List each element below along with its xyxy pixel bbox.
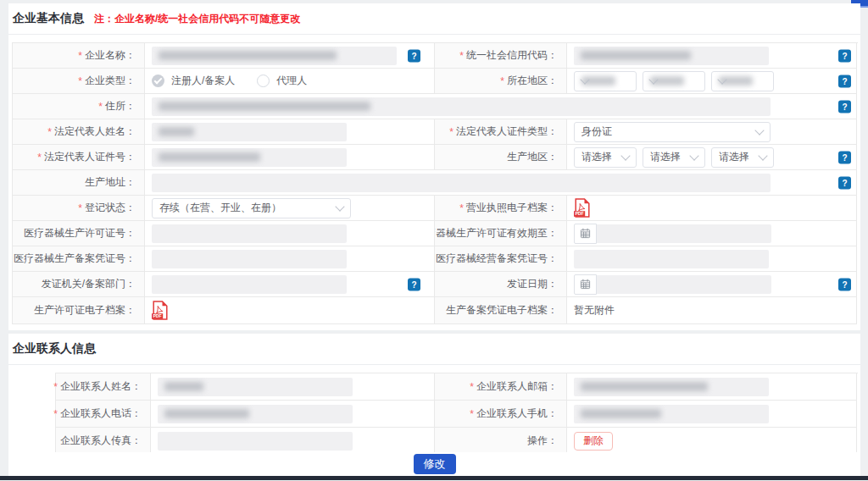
contact-fax-input[interactable]	[158, 432, 353, 451]
required-marker: *	[37, 152, 42, 163]
legal-id-type-select[interactable]: 身份证	[574, 122, 771, 142]
pdf-file-icon[interactable]: PDF	[152, 301, 168, 320]
contact-fax-label: 企业联系人传真：	[56, 428, 151, 455]
table-row: 发证机关/备案部门： ? 发证日期：	[13, 272, 858, 297]
radio-checked-icon	[152, 75, 164, 87]
help-icon[interactable]: ?	[838, 49, 851, 62]
chevron-down-icon	[620, 151, 630, 160]
table-row: 医疗器械生产许可证号： 医疗器械生产许可证有效期至：	[13, 221, 858, 246]
legal-id-no-label: * 法定代表人证件号：	[13, 145, 145, 170]
prod-region-district-select[interactable]: 请选择	[711, 147, 774, 168]
table-row: 生产地址： ?	[13, 170, 858, 196]
prod-address-label: 生产地址：	[13, 170, 145, 196]
prod-region-label: 生产地区：	[435, 145, 567, 170]
help-icon[interactable]: ?	[838, 278, 851, 290]
chevron-down-icon	[335, 202, 344, 211]
svg-text:PDF: PDF	[575, 211, 583, 216]
basic-info-table: * 企业名称： ? * 统一社会信用代码： ?	[12, 42, 858, 324]
prod-region-city-select[interactable]: 请选择	[643, 147, 705, 168]
contact-mobile-label: * 企业联系人手机：	[435, 401, 567, 428]
help-icon[interactable]: ?	[408, 49, 420, 62]
issue-date-input[interactable]	[597, 275, 771, 294]
contact-info-table: * 企业联系人姓名： * 企业联系人邮箱：	[55, 373, 858, 455]
no-attachment-text: 暂无附件	[574, 303, 615, 318]
required-marker: *	[459, 50, 464, 62]
contact-phone-input[interactable]	[158, 405, 353, 423]
region-district-select[interactable]	[711, 71, 774, 91]
action-label: 操作：	[435, 428, 567, 455]
delete-contact-button[interactable]: 删除	[574, 432, 613, 451]
table-row: 医疗器械生产备案凭证号： 医疗器械经营备案凭证号：	[13, 246, 858, 272]
required-marker: *	[53, 381, 58, 393]
contact-name-input[interactable]	[158, 378, 353, 396]
redacted-value	[159, 152, 260, 162]
contact-info-header: 企业联系人信息	[8, 334, 860, 365]
chevron-down-icon	[758, 151, 767, 160]
required-marker: *	[78, 202, 82, 214]
redacted-value	[581, 409, 661, 418]
md-prod-license-expiry-label: 医疗器械生产许可证有效期至：	[435, 221, 567, 246]
credit-code-label: * 统一社会信用代码：	[435, 43, 567, 69]
redacted-value	[164, 382, 203, 391]
redacted-value	[159, 127, 194, 136]
help-icon[interactable]: ?	[408, 278, 420, 290]
redacted-value	[581, 51, 691, 60]
table-row: * 住所： ?	[13, 94, 858, 119]
address-label: * 住所：	[13, 94, 145, 119]
table-row: * 法定代表人姓名： * 法定代表人证件类型： 身份证	[13, 119, 858, 145]
legal-name-input[interactable]	[152, 123, 347, 141]
credit-code-input[interactable]	[574, 47, 769, 65]
region-province-select[interactable]	[574, 71, 637, 91]
md-prod-license-no-label: 医疗器械生产许可证号：	[13, 221, 145, 246]
prod-address-input[interactable]	[152, 174, 771, 192]
calendar-icon[interactable]	[574, 224, 597, 244]
required-marker: *	[98, 101, 103, 113]
md-prod-license-expiry-input[interactable]	[597, 224, 771, 243]
md-biz-record-no-input[interactable]	[574, 250, 769, 268]
issuing-authority-input[interactable]	[152, 275, 347, 294]
address-input[interactable]	[152, 97, 771, 116]
pdf-file-icon[interactable]: PDF	[574, 198, 590, 218]
issuing-authority-label: 发证机关/备案部门：	[13, 272, 145, 297]
footer-bar: 修改	[8, 452, 860, 476]
prod-region-province-select[interactable]: 请选择	[574, 147, 637, 168]
prod-record-efile-label: 生产备案凭证电子档案：	[435, 297, 567, 324]
reg-status-select[interactable]: 存续（在营、开业、在册）	[152, 198, 351, 218]
radio-registrant[interactable]: 注册人/备案人	[152, 74, 235, 88]
table-row: * 登记状态： 存续（在营、开业、在册） * 营业执照电子档案：	[13, 196, 858, 221]
contact-mobile-input[interactable]	[574, 405, 769, 423]
legal-id-type-label: * 法定代表人证件类型：	[435, 119, 567, 145]
chevron-down-icon	[689, 151, 698, 160]
required-marker: *	[53, 408, 58, 420]
basic-info-header: 企业基本信息 注：企业名称/统一社会信用代码不可随意更改	[8, 3, 860, 35]
basic-info-note: 注：企业名称/统一社会信用代码不可随意更改	[94, 12, 300, 26]
company-type-label: * 企业类型：	[13, 69, 145, 94]
company-name-label: * 企业名称：	[13, 43, 145, 69]
legal-id-no-input[interactable]	[152, 148, 347, 167]
help-icon[interactable]: ?	[838, 75, 851, 87]
chevron-down-icon	[754, 125, 764, 135]
modify-button[interactable]: 修改	[414, 454, 456, 474]
help-icon[interactable]: ?	[838, 176, 851, 189]
contact-email-input[interactable]	[574, 378, 769, 396]
company-name-input[interactable]	[152, 47, 397, 65]
section-title-contact: 企业联系人信息	[13, 341, 96, 357]
md-prod-record-no-input[interactable]	[152, 250, 347, 268]
help-icon[interactable]: ?	[838, 100, 851, 113]
table-row: * 企业类型： 注册人/备案人 代理人 * 所在地区：	[13, 69, 858, 94]
required-marker: *	[47, 126, 52, 138]
legal-name-label: * 法定代表人姓名：	[13, 119, 145, 145]
redacted-value	[159, 102, 370, 111]
help-icon[interactable]: ?	[838, 151, 851, 163]
required-marker: *	[78, 75, 82, 87]
table-row: * 企业联系人姓名： * 企业联系人邮箱：	[56, 373, 858, 401]
contact-email-label: * 企业联系人邮箱：	[435, 373, 567, 401]
section-title-basic: 企业基本信息	[13, 11, 84, 26]
required-marker: *	[449, 126, 453, 138]
md-prod-license-no-input[interactable]	[152, 224, 347, 243]
md-prod-record-no-label: 医疗器械生产备案凭证号：	[13, 246, 145, 272]
radio-agent[interactable]: 代理人	[257, 74, 307, 88]
region-city-select[interactable]	[643, 71, 705, 91]
calendar-icon[interactable]	[574, 274, 597, 295]
license-efile-label: * 营业执照电子档案：	[435, 196, 567, 221]
